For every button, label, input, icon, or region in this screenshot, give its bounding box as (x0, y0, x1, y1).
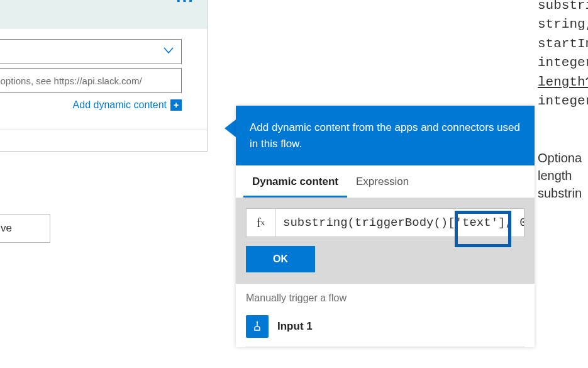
expression-input[interactable]: substring(triggerBody()['text'], 0, 5) (275, 209, 524, 237)
sig-line: integer (538, 92, 588, 111)
add-dynamic-row: Add dynamic content + (0, 99, 194, 130)
section-title: Manually trigger a flow (236, 284, 535, 310)
tab-expression[interactable]: Expression (347, 165, 418, 198)
sig-line: length? (538, 73, 588, 92)
tab-dynamic-content[interactable]: Dynamic content (243, 165, 347, 198)
ellipsis-icon[interactable]: ··· (176, 0, 194, 4)
fx-icon: fx (247, 209, 275, 237)
sig-line: substri (538, 0, 588, 15)
token-row-input1[interactable]: Input 1 (236, 310, 535, 347)
plus-icon[interactable]: + (170, 99, 182, 111)
sig-description: Optiona length substrin (538, 149, 588, 202)
chevron-down-icon (162, 44, 175, 60)
flyout-pointer-icon (225, 120, 236, 137)
dropdown-field[interactable] (0, 39, 182, 64)
message-text-field[interactable]: tting options, see https://api.slack.com… (0, 68, 182, 93)
sig-line: integer (538, 53, 588, 72)
token-label: Input 1 (277, 320, 313, 333)
action-card-header: ··· (0, 0, 207, 29)
placeholder-text: tting options, see https://api.slack.com… (0, 75, 142, 86)
save-label: ve (1, 222, 12, 235)
flyout-header: Add dynamic content from the apps and co… (236, 106, 535, 165)
add-dynamic-content-link[interactable]: Add dynamic content (73, 99, 167, 111)
touch-icon (246, 315, 269, 338)
expression-value: substring(triggerBody()['text'], 0, 5) (283, 216, 524, 230)
action-card-footer (0, 130, 207, 151)
save-button[interactable]: ve (0, 214, 50, 243)
sig-line: string, (538, 15, 588, 34)
flyout-tabs: Dynamic content Expression (236, 165, 535, 198)
dynamic-content-flyout: Add dynamic content from the apps and co… (236, 106, 535, 347)
divider (246, 347, 524, 347)
expression-area: fx substring(triggerBody()['text'], 0, 5… (236, 198, 535, 284)
ok-button[interactable]: OK (246, 246, 315, 272)
expression-input-row: fx substring(triggerBody()['text'], 0, 5… (246, 208, 524, 237)
svg-point-0 (257, 321, 258, 323)
signature-tooltip: substri string, startIn integer length? … (538, 0, 588, 202)
field-area: tting options, see https://api.slack.com… (0, 29, 207, 130)
sig-line: startIn (538, 35, 588, 53)
action-card: ··· tting options, see https://api.slack… (0, 0, 208, 152)
